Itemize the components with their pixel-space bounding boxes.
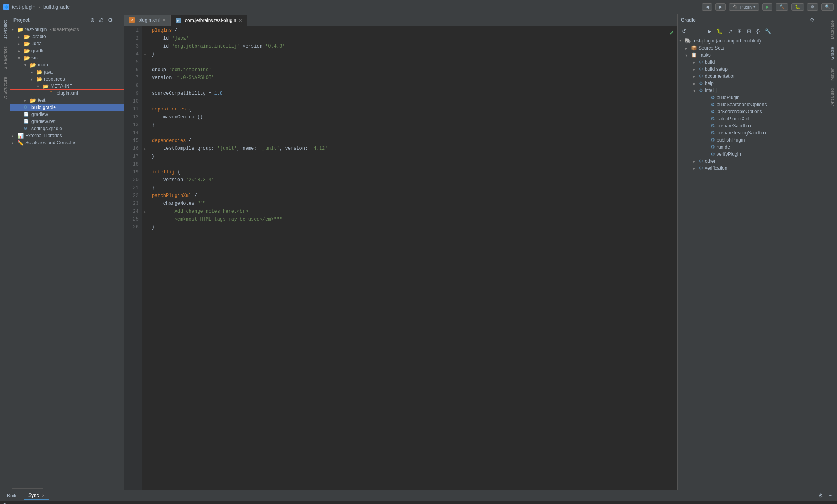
gradle-folder2-arrow[interactable] (18, 49, 24, 53)
gradle-task-prepareSandbox[interactable]: ⚙ prepareSandbox (678, 122, 827, 129)
verification-arrow[interactable] (693, 166, 699, 171)
tree-gradlew[interactable]: 📄 gradlew (10, 111, 124, 118)
build-rerun-btn[interactable]: ↺ (2, 502, 6, 504)
gradle-task-patchPluginXml[interactable]: ⚙ patchPluginXml (678, 115, 827, 122)
gradle-task-prepareTestingSandbox[interactable]: ⚙ prepareTestingSandbox (678, 129, 827, 136)
gradle-group-verification[interactable]: ⚙ verification (678, 165, 827, 172)
sidebar-scrollbar[interactable] (10, 487, 124, 490)
plugin-xml-tab-close[interactable]: ✕ (162, 18, 166, 23)
tree-resources-folder[interactable]: 📂 resources (10, 75, 124, 83)
gradle-group-help[interactable]: ⚙ help (678, 80, 827, 87)
src-folder-arrow[interactable] (18, 56, 24, 60)
gradle-tasks[interactable]: 📋 Tasks (678, 52, 827, 59)
right-tab-gradle[interactable]: Gradle (828, 44, 836, 63)
gradle-group-build-setup[interactable]: ⚙ build setup (678, 66, 827, 73)
gradle-task-runIde[interactable]: ⚙ runIde (678, 143, 827, 151)
tree-root[interactable]: 📁 test-plugin ~/IdeaProjects (10, 26, 124, 33)
java-folder-arrow[interactable] (31, 70, 36, 74)
gradle-open-btn[interactable]: ↗ (726, 27, 734, 35)
gradle-group-build[interactable]: ⚙ build (678, 59, 827, 66)
test-folder-arrow[interactable] (24, 98, 30, 103)
back-button[interactable]: ◀ (702, 3, 712, 11)
right-tab-maven[interactable]: Maven (828, 64, 836, 84)
jetbrains-tab-close[interactable]: ✕ (238, 18, 242, 23)
gradle-remove-btn[interactable]: − (698, 27, 705, 35)
run-button[interactable]: ▶ (762, 3, 772, 11)
gradle-source-sets[interactable]: 📦 Source Sets (678, 44, 827, 52)
source-sets-arrow[interactable] (685, 46, 691, 50)
sidebar-settings-btn[interactable]: ⚙ (107, 16, 114, 24)
gradle-task-jarSearchableOptions[interactable]: ⚙ jarSearchableOptions (678, 108, 827, 115)
gradle-add-btn[interactable]: + (689, 27, 697, 35)
sidebar-minimize-btn[interactable]: − (116, 16, 121, 24)
gradle-expand-btn[interactable]: ⊟ (745, 27, 753, 35)
tree-meta-inf-folder[interactable]: 📂 META-INF (10, 83, 124, 90)
bottom-tab-sync[interactable]: Sync ✕ (24, 492, 49, 500)
tree-gradlew-bat[interactable]: 📄 gradlew.bat (10, 118, 124, 125)
tree-plugin-xml[interactable]: 🗒 plugin.xml (10, 90, 124, 97)
meta-inf-arrow[interactable] (37, 84, 42, 88)
gradle-group-documentation[interactable]: ⚙ documentation (678, 73, 827, 80)
help-arrow[interactable] (693, 81, 699, 86)
bottom-minimize-btn[interactable]: − (827, 491, 834, 500)
tree-settings-gradle[interactable]: ⚙ settings.gradle (10, 125, 124, 132)
sidebar-add-btn[interactable]: ⊕ (89, 16, 96, 24)
tree-src-folder[interactable]: 📂 src (10, 54, 124, 61)
gradle-script-btn[interactable]: {} (754, 27, 762, 35)
intellij-arrow[interactable] (693, 88, 699, 93)
external-libs-arrow[interactable] (12, 134, 17, 138)
tree-idea-folder[interactable]: 📂 .idea (10, 40, 124, 47)
root-arrow[interactable] (12, 28, 17, 32)
tree-java-folder[interactable]: 📂 java (10, 68, 124, 75)
gradle-root[interactable]: 🐘 test-plugin (auto-import enabled) (678, 37, 827, 44)
gradle-toggle-btn[interactable]: ⊞ (735, 27, 744, 35)
gradle-minimize-btn[interactable]: − (817, 16, 824, 24)
main-folder-arrow[interactable] (24, 63, 30, 67)
bottom-settings-btn[interactable]: ⚙ (817, 491, 825, 500)
right-tab-database[interactable]: Database (828, 17, 836, 42)
sync-close[interactable]: ✕ (42, 493, 45, 498)
resources-folder-arrow[interactable] (31, 77, 36, 81)
sidebar-filter-btn[interactable]: ⚖ (98, 16, 105, 24)
gradle-task-publishPlugin[interactable]: ⚙ publishPlugin (678, 136, 827, 143)
left-tab-project[interactable]: 1: Project (1, 17, 9, 42)
idea-folder-arrow[interactable] (18, 42, 24, 46)
left-tab-favorites[interactable]: 2: Favorites (1, 43, 9, 72)
scratches-arrow[interactable] (12, 141, 17, 145)
tasks-arrow[interactable] (685, 53, 691, 57)
tree-build-gradle[interactable]: ⚙ build.gradle (10, 104, 124, 111)
build-arrow[interactable] (693, 60, 699, 64)
jetbrains-tab[interactable]: P com.jetbrains.test-plugin ✕ (171, 15, 247, 26)
gradle-group-other[interactable]: ⚙ other (678, 158, 827, 165)
gradle-root-arrow[interactable] (679, 39, 685, 43)
plugin-xml-tab[interactable]: X plugin.xml ✕ (124, 15, 171, 26)
gradle-task-verifyPlugin[interactable]: ⚙ verifyPlugin (678, 151, 827, 158)
tree-gradle-folder2[interactable]: 📂 gradle (10, 47, 124, 54)
tree-test-folder[interactable]: 📂 test (10, 97, 124, 104)
gradle-folder-arrow[interactable] (18, 35, 24, 39)
tree-scratches[interactable]: ✏️ Scratches and Consoles (10, 139, 124, 146)
other-arrow[interactable] (693, 159, 699, 164)
right-tab-ant[interactable]: Ant Build (828, 85, 836, 109)
gradle-task-buildSearchableOptions[interactable]: ⚙ buildSearchableOptions (678, 101, 827, 108)
gradle-run-btn[interactable]: ▶ (706, 27, 713, 35)
gradle-settings-btn[interactable]: ⚙ (808, 16, 817, 24)
search-button[interactable]: 🔍 (821, 3, 834, 11)
plugin-button[interactable]: 🔌 Plugin ▾ (729, 3, 759, 11)
forward-button[interactable]: ▶ (715, 3, 726, 11)
build-stop-btn[interactable]: ⏹ (7, 502, 12, 504)
debug-button[interactable]: 🐛 (791, 3, 804, 11)
settings-button[interactable]: ⚙ (807, 3, 818, 11)
tree-external-libs[interactable]: 📊 External Libraries (10, 132, 124, 139)
code-editor[interactable]: plugins { id 'java' id 'org.jetbrains.in… (149, 26, 677, 490)
gradle-group-intellij[interactable]: ⚙ intellij (678, 87, 827, 94)
gradle-task-buildPlugin[interactable]: ⚙ buildPlugin (678, 94, 827, 101)
build-setup-arrow[interactable] (693, 67, 699, 72)
left-tab-structure[interactable]: 7: Structure (1, 74, 9, 103)
gradle-refresh-btn[interactable]: ↺ (680, 27, 688, 35)
documentation-arrow[interactable] (693, 74, 699, 79)
tree-main-folder[interactable]: 📂 main (10, 61, 124, 68)
tree-gradle-folder[interactable]: 📂 .gradle (10, 33, 124, 40)
gradle-run-debug-btn[interactable]: 🐛 (715, 27, 725, 35)
gradle-wrench-btn[interactable]: 🔧 (763, 27, 773, 35)
